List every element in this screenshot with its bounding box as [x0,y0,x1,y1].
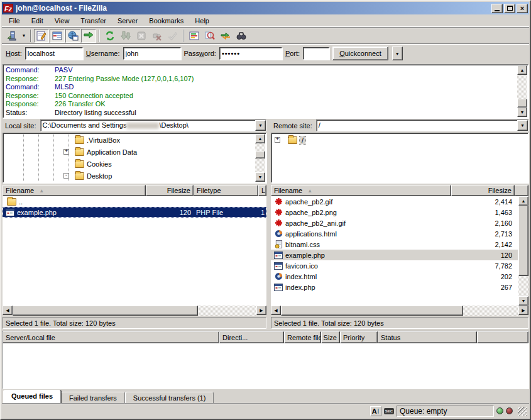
tab-successful-transfers[interactable]: Successful transfers (1) [125,392,214,403]
scroll-up-icon[interactable]: ▲ [518,196,528,206]
menu-edit[interactable]: Edit [26,16,49,26]
close-button[interactable]: × [517,4,528,13]
scroll-left-icon[interactable]: ◀ [3,306,13,315]
scroll-left-icon[interactable]: ◀ [271,306,281,315]
cancel-button[interactable] [134,29,149,43]
column-header-filesize[interactable]: Filesize [451,185,515,196]
scrollbar-track[interactable] [255,143,265,151]
column-header-filesize[interactable]: Filesize [146,185,194,196]
column-header-filename[interactable]: Filename▲ [3,185,146,196]
queue-body[interactable] [3,343,528,389]
toggle-log-button[interactable] [34,29,49,43]
queue-column-server-local-file[interactable]: Server/Local file [3,331,219,343]
resize-grip[interactable] [518,407,527,416]
scrollbar-track[interactable] [463,306,518,316]
scrollbar-thumb[interactable] [13,306,198,316]
file-row-selected[interactable]: example.php 120 [271,250,518,260]
scroll-up-icon[interactable]: ▲ [255,134,265,143]
log-scrollbar[interactable]: ▲ ▼ [517,65,527,117]
local-tree-scrollbar[interactable]: ▲ ▼ [255,134,265,182]
scrollbar-track[interactable] [255,158,265,172]
scrollbar-track[interactable] [518,276,528,296]
queue-column-status[interactable]: Status [378,331,477,343]
scrollbar-track[interactable] [517,75,527,99]
menu-transfer[interactable]: Transfer [75,16,112,26]
remote-path-combobox[interactable]: / ▼ [316,119,528,131]
site-manager-button[interactable] [4,29,19,43]
remote-list-scrollbar[interactable]: ▲ ▼ [518,196,528,306]
file-row[interactable]: applications.html 2,713 [271,228,518,239]
file-row[interactable]: apache_pb2.gif 2,414 [271,196,518,207]
tab-failed-transfers[interactable]: Failed transfers [61,392,125,403]
expand-icon[interactable]: + [63,149,69,155]
sync-browsing-button[interactable] [218,29,233,43]
compare-button[interactable] [202,29,217,43]
scrollbar-thumb[interactable] [518,206,528,276]
quickconnect-button[interactable]: Quickconnect [332,47,388,60]
toggle-remote-tree-button[interactable] [65,29,80,43]
file-row[interactable]: index.html 202 [271,271,518,282]
process-queue-button[interactable] [118,29,133,43]
menu-file[interactable]: File [3,16,26,26]
file-row[interactable]: favicon.ico 7,782 [271,260,518,271]
scrollbar-thumb[interactable] [255,151,265,158]
menu-bookmarks[interactable]: Bookmarks [143,16,189,26]
refresh-button[interactable] [102,29,118,43]
remote-horizontal-scrollbar[interactable]: ◀ ▶ [271,306,528,316]
reconnect-button[interactable] [165,29,180,43]
host-input[interactable] [25,47,83,60]
tree-item-root[interactable]: +/ [272,134,517,146]
file-row[interactable]: bitnami.css 2,142 [271,239,518,250]
queue-column-remote-file[interactable]: Remote file [284,331,321,343]
column-header-filetype[interactable]: Filetype [194,185,258,196]
scroll-right-icon[interactable]: ▶ [256,306,266,315]
maximize-button[interactable] [504,4,515,13]
queue-column-direction[interactable]: Directi... [219,331,284,343]
file-row[interactable]: apache_pb2_ani.gif 2,160 [271,218,518,228]
column-header-filename[interactable]: Filename▲ [271,185,451,196]
menu-server[interactable]: Server [112,16,143,26]
tab-queued-files[interactable]: Queued files [3,390,61,403]
title-bar[interactable]: Fz john@localhost - FileZilla × [2,2,529,14]
file-row[interactable]: apache_pb2.png 1,463 [271,207,518,218]
menu-view[interactable]: View [49,16,75,26]
scrollbar-thumb[interactable] [281,306,463,316]
password-input[interactable] [219,47,282,60]
ascii-datatype-icon[interactable]: A∣ [370,406,381,416]
find-button[interactable] [234,29,249,43]
toggle-local-tree-button[interactable] [50,29,65,43]
scrollbar-thumb[interactable] [517,99,527,108]
scroll-down-icon[interactable]: ▼ [517,108,527,117]
scrollbar-track[interactable] [198,306,256,316]
toggle-queue-button[interactable] [81,29,96,43]
collapse-icon[interactable]: - [63,173,69,179]
column-header-last-modified[interactable]: L [258,185,266,196]
local-path-combobox[interactable]: C:\Documents and Settings\Desktop\ ▼ [40,119,266,131]
local-horizontal-scrollbar[interactable]: ◀ ▶ [3,306,266,316]
scroll-down-icon[interactable]: ▼ [518,296,528,306]
file-row-example-php[interactable]: example.php 120 PHP File 1 [3,207,266,218]
chevron-down-icon[interactable]: ▼ [517,120,528,131]
file-row-parent-dir[interactable]: .. [3,196,266,207]
chevron-down-icon[interactable]: ▼ [255,120,266,131]
site-manager-dropdown[interactable]: ▼ [20,29,28,43]
quickconnect-dropdown[interactable]: ▼ [392,47,403,60]
tree-item-virtualbox[interactable]: .VirtualBox [4,134,255,146]
disconnect-button[interactable] [150,29,165,43]
scroll-down-icon[interactable]: ▼ [255,172,265,182]
file-row[interactable]: index.php 267 [271,282,518,292]
tree-item-application-data[interactable]: +Application Data [4,146,255,158]
tree-item-cookies[interactable]: Cookies [4,158,255,170]
menu-help[interactable]: Help [189,16,215,26]
queue-column-priority[interactable]: Priority [340,331,378,343]
username-input[interactable] [123,47,181,60]
queue-column-size[interactable]: Size [321,331,340,343]
filter-button[interactable] [187,29,202,43]
scroll-up-icon[interactable]: ▲ [517,65,527,75]
minimize-button[interactable] [491,4,503,13]
expand-icon[interactable]: + [275,137,280,143]
tree-item-desktop[interactable]: -Desktop [4,170,255,182]
scroll-right-icon[interactable]: ▶ [518,306,528,315]
encryption-indicator-icon[interactable]: SEC [384,408,394,414]
port-input[interactable] [303,47,329,60]
